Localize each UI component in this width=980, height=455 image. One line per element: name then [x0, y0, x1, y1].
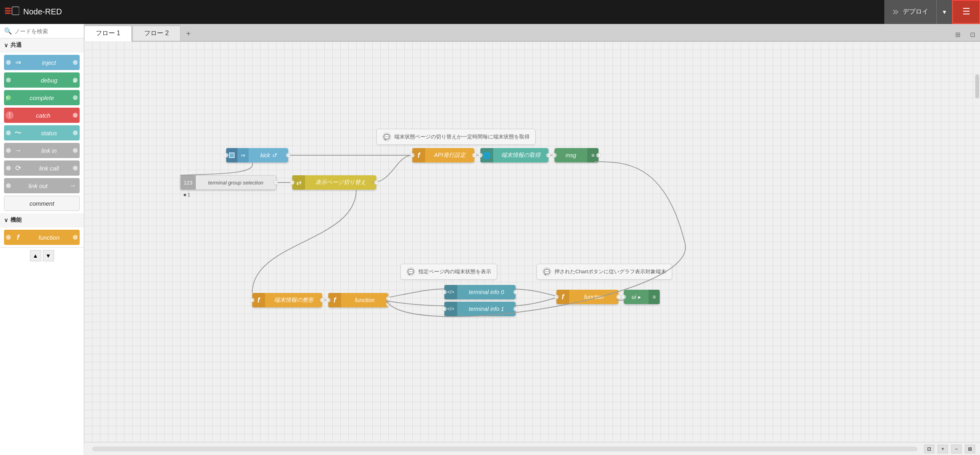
- canvas[interactable]: 💬 端末状態ページの切り替えか一定時間毎に端末状態を取得 ⇒ kick ↺ f …: [84, 42, 980, 442]
- comment-text-3: 押されたChartボタンに従いグラフ表示対象端末: [554, 268, 666, 275]
- port-right: ≡: [73, 78, 78, 82]
- zoom-fit-button[interactable]: ⊡: [924, 445, 934, 453]
- port-right: [73, 60, 78, 65]
- port-left: !: [6, 95, 11, 100]
- node-msg[interactable]: msg ≡: [554, 148, 598, 162]
- scroll-down-button[interactable]: ▼: [43, 250, 54, 261]
- lines-icon: ≡: [649, 290, 660, 304]
- search-icon: 🔍: [4, 27, 12, 35]
- node-terminal-info-1[interactable]: </> terminal info 1: [444, 302, 516, 316]
- node-kick-label: kick ↺: [249, 152, 288, 158]
- sidebar-item-link-out[interactable]: link out →: [4, 178, 80, 193]
- node-terminal-info-0-label: terminal info 0: [457, 289, 516, 295]
- port-left: [6, 60, 11, 65]
- svg-line-8: [893, 12, 896, 14]
- sidebar-item-debug[interactable]: debug ≡: [4, 72, 80, 88]
- section-common[interactable]: ∨ 共通: [0, 38, 84, 52]
- node-terminal-format[interactable]: f 端末情報の整形: [252, 293, 322, 307]
- port-left: [6, 130, 11, 135]
- node-function1[interactable]: f function: [328, 293, 388, 307]
- search-input[interactable]: [14, 28, 84, 34]
- node-page-switch[interactable]: ⇄ 表示ページ切り替え: [292, 175, 376, 190]
- zoom-out-button[interactable]: −: [951, 445, 962, 453]
- header-right: デプロイ ▼ ☰: [884, 0, 980, 24]
- section-label: 共通: [10, 42, 22, 49]
- sidebar-item-catch[interactable]: ! catch: [4, 108, 80, 123]
- port-left: [442, 307, 447, 311]
- grid-button[interactable]: ⊞: [965, 445, 975, 453]
- search-bar: 🔍: [0, 24, 84, 38]
- sidebar-item-link-in[interactable]: → link in: [4, 143, 80, 158]
- node-icon: 〜: [11, 125, 25, 140]
- port-right-2: [386, 302, 391, 307]
- port-right: [73, 166, 78, 170]
- tab-collapse-button[interactable]: ⊞: [950, 28, 965, 41]
- tab-panel-button[interactable]: ⊡: [965, 28, 980, 41]
- comment-node-2[interactable]: 💬 指定ページ内の端末状態を表示: [400, 264, 497, 280]
- node-ui[interactable]: ui ▸ ≡: [624, 290, 660, 304]
- scroll-up-button[interactable]: ▲: [30, 250, 41, 261]
- node-function2[interactable]: f function: [556, 290, 619, 304]
- port-right: [286, 153, 291, 158]
- sidebar-item-status[interactable]: 〜 status: [4, 125, 80, 140]
- deploy-button[interactable]: デプロイ: [884, 0, 936, 24]
- tab-flow2[interactable]: フロー 2: [133, 26, 180, 41]
- node-api-config[interactable]: f API発行設定: [412, 148, 474, 162]
- sidebar-item-link-call[interactable]: ⟳ link call: [4, 160, 80, 176]
- node-label: complete: [11, 94, 73, 101]
- section-function[interactable]: ∨ 機能: [0, 213, 84, 227]
- node-label: link in: [25, 147, 73, 154]
- port-right: [73, 113, 78, 118]
- node-terminal-group[interactable]: 123 terminal group selection: [180, 175, 276, 190]
- node-terminal-format-label: 端末情報の整形: [265, 297, 322, 304]
- tabs-bar: フロー 1 フロー 2 + ⊞ ⊡: [84, 24, 980, 42]
- comment-icon: 💬: [542, 267, 551, 276]
- header-left: Node-RED: [5, 6, 62, 18]
- tab-add-button[interactable]: +: [181, 27, 196, 41]
- node-icon: →: [11, 143, 25, 158]
- comment-text-2: 指定ページ内の端末状態を表示: [418, 268, 491, 275]
- menu-button[interactable]: ☰: [952, 0, 980, 24]
- kick-arrow-icon: ⇒: [237, 148, 249, 162]
- port-left: [6, 166, 11, 170]
- svg-line-9: [896, 10, 898, 12]
- svg-rect-3: [12, 7, 19, 15]
- port-right-1: [386, 296, 391, 301]
- port-left: [554, 295, 559, 299]
- zoom-in-button[interactable]: +: [938, 445, 948, 453]
- logo-icon: [5, 6, 19, 18]
- scrollbar-thumb: [975, 74, 979, 98]
- comment-icon: 💬: [382, 132, 391, 141]
- port-right: [513, 290, 518, 295]
- port-left: [6, 235, 11, 240]
- node-terminal-info-0[interactable]: </> terminal info 0: [444, 285, 516, 299]
- comment-node-1[interactable]: 💬 端末状態ページの切り替えか一定時間毎に端末状態を取得: [376, 129, 536, 145]
- node-terminal-get[interactable]: 🌐 端末情報の取得: [480, 148, 548, 162]
- port-right: [73, 235, 78, 240]
- port-left: [6, 148, 11, 153]
- port-left: [224, 153, 229, 158]
- header: Node-RED デプロイ ▼ ☰: [0, 0, 980, 24]
- port-right: [513, 307, 518, 311]
- sidebar-item-inject[interactable]: ⇒ inject: [4, 55, 80, 70]
- node-label: status: [25, 130, 73, 136]
- menu-icon: ☰: [962, 6, 970, 17]
- vertical-scrollbar[interactable]: [974, 66, 980, 387]
- comment-node-3[interactable]: 💬 押されたChartボタンに従いグラフ表示対象端末: [536, 264, 672, 280]
- sidebar-item-complete[interactable]: ! complete: [4, 90, 80, 105]
- node-terminal-get-label: 端末情報の取得: [493, 152, 548, 159]
- sidebar-item-comment[interactable]: comment: [4, 196, 80, 211]
- tab-flow1[interactable]: フロー 1: [84, 26, 132, 42]
- port-left: [290, 180, 295, 185]
- comment-text-1: 端末状態ページの切り替えか一定時間毎に端末状態を取得: [394, 133, 530, 140]
- node-msg-label: msg: [554, 152, 587, 158]
- horizontal-scrollbar[interactable]: [92, 447, 918, 451]
- sidebar-item-function[interactable]: f function: [4, 230, 80, 245]
- deploy-dropdown-button[interactable]: ▼: [936, 0, 952, 24]
- port-left: [552, 153, 557, 158]
- tab-flow1-label: フロー 1: [96, 30, 120, 36]
- node-kick[interactable]: ⇒ kick ↺: [226, 148, 288, 162]
- node-function1-label: function: [341, 297, 388, 303]
- sidebar: 🔍 ∨ 共通 ⇒ inject debug ≡ ! complete !: [0, 24, 84, 455]
- port-left: [326, 298, 331, 303]
